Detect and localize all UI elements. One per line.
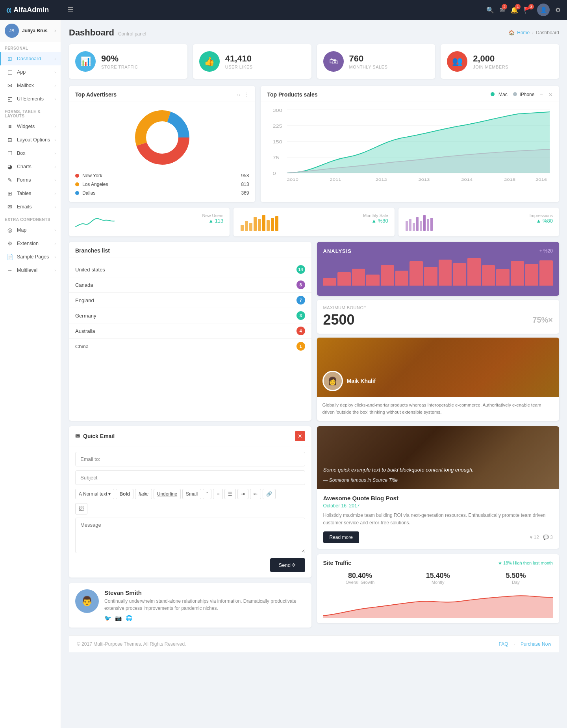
sidebar-item-dashboard[interactable]: ⊞ Dashboard › <box>0 52 61 65</box>
sidebar-item-ui-elements[interactable]: ◱ UI Elements › <box>0 92 61 106</box>
avatar[interactable]: 👤 <box>537 4 550 16</box>
layout-icon: ⊟ <box>6 137 14 143</box>
twitter-icon[interactable]: 🐦 <box>104 615 111 621</box>
testimonial-name: Maik Khalif <box>347 378 376 384</box>
sidebar-item-mailbox[interactable]: ✉ Mailbox › <box>0 79 61 92</box>
svg-text:2011: 2011 <box>330 178 341 182</box>
top-advertisers-card: Top Advertisers ○ ⋮ <box>69 86 255 202</box>
minimize-icon[interactable]: − <box>540 92 543 98</box>
branch-item-china: China 1 <box>69 339 311 354</box>
impressions-label: Impressions <box>530 213 553 218</box>
mail-icon-wrap[interactable]: ✉ 2 <box>500 6 505 14</box>
blog-date: October 16, 2017 <box>323 503 553 509</box>
message-textarea[interactable] <box>75 518 305 553</box>
dallas-label: Dallas <box>82 190 95 196</box>
sidebar-item-extension[interactable]: ⚙ Extension › <box>0 237 61 250</box>
blog-quote-text: Some quick example text to build blockqu… <box>323 466 553 474</box>
branch-item-us: United states 14 <box>69 262 311 277</box>
bounce-row: 2500 75%× <box>323 312 553 328</box>
sidebar-item-sample-pages[interactable]: 📄 Sample Pages › <box>0 250 61 264</box>
new-users-line-chart <box>75 213 115 231</box>
quick-email-close-button[interactable]: ✕ <box>295 431 305 441</box>
sidebar-item-multilevel[interactable]: → Multilevel › <box>0 264 61 277</box>
stat-info: 90% STORE TRAFFIC <box>101 54 138 69</box>
traffic-header: Site Traffic ★ 18% High then last month <box>323 560 553 566</box>
analysis-bar <box>424 267 437 286</box>
traffic-title: Site Traffic <box>323 560 352 566</box>
bounce-value: 2500 <box>323 312 355 328</box>
arrow-icon: › <box>54 137 56 142</box>
underline-button[interactable]: Underline <box>154 489 181 499</box>
close-icon[interactable]: ✕ <box>548 92 553 98</box>
small-button[interactable]: Small <box>182 489 201 499</box>
area-chart: 300 225 150 75 0 <box>267 106 553 185</box>
blog-actions: Read more ♥ 12 💬 3 <box>323 531 553 543</box>
link-button[interactable]: 🔗 <box>263 489 276 499</box>
indent-button[interactable]: ⇥ <box>237 489 248 499</box>
outdent-button[interactable]: ⇤ <box>250 489 261 499</box>
sidebar-label-app: App <box>17 69 54 75</box>
sidebar-item-map[interactable]: ◎ Map › <box>0 223 61 237</box>
arrow-icon: › <box>54 204 56 209</box>
ordered-list-button[interactable]: ☰ <box>224 489 236 499</box>
search-icon[interactable]: 🔍 <box>486 6 494 14</box>
settings-icon[interactable]: ⚙ <box>555 6 561 14</box>
page-header: Dashboard Control panel 🏠 Home › Dashboa… <box>69 28 559 38</box>
analysis-title: ANALYSIS <box>323 248 352 254</box>
iphone-legend: iPhone <box>513 92 535 97</box>
sidebar-item-layout[interactable]: ⊟ Layout Options › <box>0 133 61 147</box>
dropdown-arrow-icon: ▾ <box>108 491 111 497</box>
flag-icon-wrap[interactable]: 🚩 3 <box>524 6 532 14</box>
arrow-icon: › <box>54 228 56 232</box>
bounce-card: MAXIMUM BOUNCE 2500 75%× <box>317 300 560 334</box>
image-button[interactable]: 🖼 <box>75 503 87 514</box>
traffic-stat-monthly: 15.40% Montly <box>401 572 475 585</box>
sidebar-item-tables[interactable]: ⊞ Tables › <box>0 187 61 200</box>
quick-email-body: A Normal text ▾ Bold Italic Underline Sm… <box>69 446 311 578</box>
dots-icon[interactable]: ⋮ <box>243 91 249 98</box>
footer-purchase-link[interactable]: Purchase Now <box>521 641 551 647</box>
branches-header: Branches list <box>69 242 311 258</box>
instagram-icon[interactable]: 📷 <box>115 615 122 621</box>
branch-name-germany: Germany <box>75 313 96 319</box>
analysis-bar <box>366 275 380 286</box>
svg-rect-22 <box>249 223 252 231</box>
bounce-percent: 75%× <box>532 316 553 325</box>
footer-faq-link[interactable]: FAQ <box>499 641 508 647</box>
sidebar-user-avatar: JB <box>5 24 19 38</box>
analysis-bar <box>395 271 409 286</box>
left-bottom-col: ✉ Quick Email ✕ A Normal text ▾ <box>69 426 311 628</box>
sidebar-item-forms[interactable]: ✎ Forms › <box>0 173 61 187</box>
bell-icon-wrap[interactable]: 🔔 1 <box>510 6 518 14</box>
list-button[interactable]: ≡ <box>213 489 223 499</box>
sidebar-item-box[interactable]: ☐ Box › <box>0 147 61 160</box>
facebook-icon[interactable]: 🌐 <box>126 615 132 621</box>
sidebar-user[interactable]: JB Juliya Brus › <box>0 20 61 42</box>
testimonial-bg: 👩 Maik Khalif <box>317 338 560 397</box>
sidebar: JB Juliya Brus › PERSONAL ⊞ Dashboard › … <box>0 20 61 728</box>
sidebar-item-app[interactable]: ◫ App › <box>0 65 61 79</box>
circle-icon[interactable]: ○ <box>237 91 240 98</box>
logo[interactable]: α AlfaAdmin <box>6 6 67 15</box>
read-more-button[interactable]: Read more <box>323 531 359 543</box>
monthly-sale-label: Monthly Sale <box>363 213 388 218</box>
svg-rect-36 <box>430 218 433 231</box>
bold-button[interactable]: Bold <box>116 489 133 499</box>
impressions-chart <box>405 213 444 231</box>
blog-card: Some quick example text to build blockqu… <box>317 426 560 549</box>
sidebar-item-charts[interactable]: ◕ Charts › <box>0 160 61 173</box>
sidebar-item-widgets[interactable]: ≡ Widgets › <box>0 120 61 133</box>
email-subject-input[interactable] <box>75 470 305 485</box>
svg-rect-27 <box>271 218 274 231</box>
italic-button[interactable]: Italic <box>135 489 152 499</box>
products-legend: iMac iPhone <box>491 92 534 97</box>
breadcrumb-home[interactable]: Home <box>517 30 530 35</box>
font-dropdown-button[interactable]: A Normal text ▾ <box>75 489 114 499</box>
hamburger-icon[interactable]: ☰ <box>67 6 74 14</box>
charts-icon: ◕ <box>6 163 14 170</box>
send-button[interactable]: Send ✈ <box>270 558 305 572</box>
email-to-input[interactable] <box>75 452 305 466</box>
svg-rect-25 <box>262 215 265 231</box>
sidebar-item-emails[interactable]: ✉ Emails › <box>0 200 61 214</box>
quote-button[interactable]: " <box>203 489 211 499</box>
